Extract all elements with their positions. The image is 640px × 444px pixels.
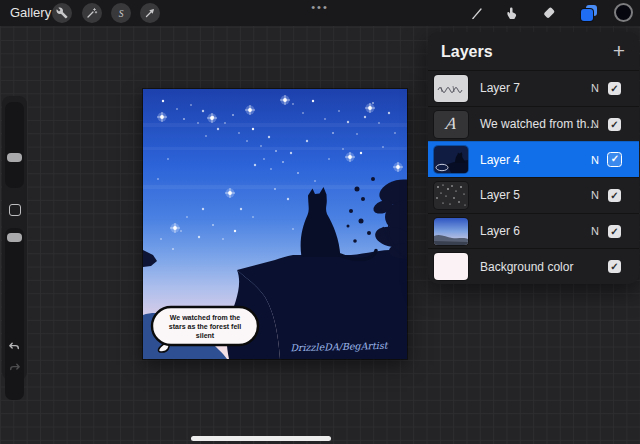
layer6-thumbnail — [434, 218, 468, 245]
brush-size-slider[interactable] — [5, 102, 24, 188]
smudge-finger-icon — [504, 5, 520, 21]
brush-icon — [469, 5, 485, 21]
procreate-workspace: Gallery S ••• — [0, 0, 640, 444]
layer-row-layer5[interactable]: Layer 5 N ✓ — [428, 177, 639, 213]
brush-controls-sidebar — [2, 96, 27, 380]
layer-row-layer6[interactable]: Layer 6 N ✓ — [428, 213, 639, 249]
top-toolbar: Gallery S ••• — [0, 0, 640, 26]
layer-name: Layer 5 — [480, 188, 520, 202]
layer4-thumbnail — [434, 146, 468, 173]
layers-panel: Layers + Layer 7 N ✓ A We watched from t… — [428, 32, 639, 284]
blend-mode-button[interactable]: N — [591, 189, 599, 201]
brush-opacity-handle[interactable] — [7, 233, 22, 242]
blend-mode-button[interactable]: N — [591, 225, 599, 237]
bubble-line-1: We watched from the — [170, 314, 240, 321]
layer-row-text[interactable]: A We watched from th... N ✓ — [428, 106, 639, 142]
layer-name: Layer 6 — [480, 224, 520, 238]
layer-row-layer7[interactable]: Layer 7 N ✓ — [428, 70, 639, 106]
layer-visibility-checkbox[interactable]: ✓ — [608, 189, 621, 202]
layer-row-layer4-selected[interactable]: Layer 4 N ✓ — [428, 141, 639, 177]
layer-visibility-checkbox[interactable]: ✓ — [607, 152, 622, 167]
smudge-tool-button[interactable] — [503, 4, 521, 22]
layer-list: Layer 7 N ✓ A We watched from th... N ✓ — [428, 70, 639, 284]
layer-row-background-color[interactable]: Background color ✓ — [428, 248, 639, 284]
background-color-thumbnail — [434, 253, 468, 280]
layer-visibility-checkbox[interactable]: ✓ — [608, 260, 621, 273]
redo-button[interactable] — [7, 362, 22, 380]
blend-mode-button[interactable]: N — [591, 154, 599, 166]
redo-icon — [7, 362, 22, 376]
active-color-swatch[interactable] — [614, 3, 633, 22]
layer5-thumbnail — [434, 182, 468, 209]
brush-size-handle[interactable] — [7, 153, 22, 162]
layer-name: We watched from th... — [480, 117, 597, 131]
layers-panel-button[interactable] — [581, 5, 599, 21]
layer-visibility-checkbox[interactable]: ✓ — [608, 82, 621, 95]
drawing-canvas[interactable]: We watched from the stars as the forest … — [143, 89, 407, 359]
eraser-icon — [541, 5, 557, 21]
layer-name: Layer 7 — [480, 81, 520, 95]
home-indicator[interactable] — [191, 436, 331, 441]
blend-mode-button[interactable]: N — [591, 82, 599, 94]
speech-bubble: We watched from the stars as the forest … — [152, 307, 258, 352]
text-layer-thumbnail: A — [434, 111, 468, 138]
blend-mode-button[interactable]: N — [591, 118, 599, 130]
layers-panel-header: Layers + — [428, 32, 639, 70]
layer-visibility-checkbox[interactable]: ✓ — [608, 118, 621, 131]
paint-tool-button[interactable] — [468, 4, 486, 22]
add-layer-button[interactable]: + — [613, 32, 625, 70]
layer7-thumbnail — [434, 75, 468, 102]
layer-name: Layer 4 — [480, 153, 520, 167]
layers-title: Layers — [441, 32, 493, 70]
erase-tool-button[interactable] — [540, 4, 558, 22]
bubble-line-3: silent — [196, 332, 215, 339]
modify-button[interactable] — [9, 204, 21, 216]
layer-name: Background color — [480, 260, 573, 274]
artwork: We watched from the stars as the forest … — [143, 89, 407, 359]
undo-button[interactable] — [7, 341, 22, 359]
bubble-line-2: stars as the forest fell — [169, 323, 241, 330]
layer-visibility-checkbox[interactable]: ✓ — [608, 225, 621, 238]
undo-icon — [7, 341, 22, 355]
